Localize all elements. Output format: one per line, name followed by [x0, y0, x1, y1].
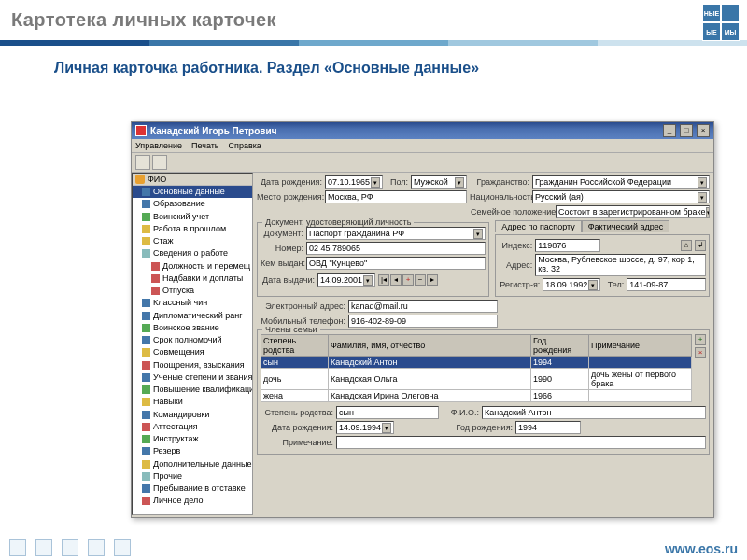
tree-item[interactable]: Навыки — [133, 396, 252, 408]
family-add-button[interactable]: + — [695, 334, 706, 345]
tree-item-label: Резерв — [153, 446, 180, 456]
tree-item[interactable]: Надбавки и доплаты — [133, 273, 252, 285]
tree-item[interactable]: Инструктаж — [133, 433, 252, 445]
label-det-note: Примечание: — [261, 438, 333, 447]
field-det-dob[interactable]: 14.09.1994▾ — [336, 421, 394, 434]
field-nationality[interactable]: Русский (ая)▾ — [532, 190, 710, 203]
toolbar — [132, 153, 713, 173]
tree-item[interactable]: Работа в прошлом — [133, 223, 252, 235]
field-birthplace[interactable]: Москва, РФ — [325, 190, 467, 203]
field-index[interactable]: 119876 — [535, 239, 600, 252]
field-issuedby[interactable]: ОВД "Кунцево" — [306, 257, 486, 270]
tree-item[interactable]: Отпуска — [133, 285, 252, 297]
group-identity-doc: Документ, удостоверяющий личность Докуме… — [257, 222, 489, 297]
tree-item[interactable]: Сведения о работе — [133, 247, 252, 259]
add-button[interactable]: + — [402, 274, 414, 286]
tree-item[interactable]: Пребывание в отставке — [133, 483, 252, 495]
tree-item[interactable]: Поощрения, взыскания — [133, 359, 252, 371]
field-number[interactable]: 02 45 789065 — [306, 242, 486, 255]
field-sex[interactable]: Мужской▾ — [411, 175, 467, 189]
col-year: Год рождения — [531, 335, 589, 357]
tree-item[interactable]: Воинское звание — [133, 322, 252, 334]
menu-print[interactable]: Печать — [191, 141, 218, 150]
table-row[interactable]: дочьКанадская Ольга1990дочь жены от перв… — [261, 369, 692, 390]
next-button[interactable]: ▸ — [427, 274, 438, 286]
tree-item-icon — [142, 423, 150, 431]
tree-item[interactable]: Прочие — [133, 470, 252, 483]
tab-actual-address[interactable]: Фактический адрес — [582, 220, 670, 232]
tree-item[interactable]: Образование — [133, 198, 252, 210]
tab-passport-address[interactable]: Адрес по паспорту — [495, 220, 581, 232]
tree-item-label: Воинский учет — [153, 212, 209, 222]
tree-item[interactable]: Должность и перемещ — [133, 260, 252, 273]
tree-item-label: Работа в прошлом — [153, 224, 226, 234]
minimize-button[interactable]: _ — [663, 124, 676, 137]
tree-item-label: Аттестация — [153, 422, 198, 432]
tree-item[interactable]: Основные данные — [133, 186, 252, 198]
tree-item[interactable]: Ученые степени и звания — [133, 371, 252, 384]
field-dob[interactable]: 07.10.1965▾ — [325, 175, 383, 189]
family-delete-button[interactable]: × — [695, 347, 706, 358]
label-citizenship: Гражданство: — [470, 177, 529, 187]
tree-item[interactable]: Командировки — [133, 409, 252, 421]
field-document[interactable]: Паспорт гражданина РФ▾ — [306, 227, 486, 240]
tree-item[interactable]: Резерв — [133, 445, 252, 457]
field-mobile[interactable]: 916-402-89-09 — [348, 315, 498, 328]
label-issuedate: Дата выдачи: — [261, 275, 315, 285]
chevron-down-icon: ▾ — [698, 177, 707, 188]
menu-help[interactable]: Справка — [229, 141, 261, 150]
tree-item-icon — [142, 411, 150, 419]
save-icon[interactable] — [135, 155, 150, 170]
tree-item[interactable]: Дипломатический ранг — [133, 310, 252, 322]
field-det-fio[interactable]: Канадский Антон — [482, 406, 706, 419]
prev-button[interactable]: ◂ — [390, 274, 402, 286]
close-button[interactable]: × — [697, 124, 710, 137]
tree-item[interactable]: Срок полномочий — [133, 334, 252, 346]
tree-item[interactable]: Воинский учет — [133, 211, 252, 223]
tree-item[interactable]: Личное дело — [133, 495, 252, 507]
field-issuedate[interactable]: 14.09.2001▾ — [317, 273, 375, 287]
label-dob: Дата рождения: — [257, 177, 322, 187]
field-citizenship[interactable]: Гражданин Российской Федерации▾ — [532, 175, 710, 189]
addr-lookup-icon[interactable]: ⌂ — [681, 240, 692, 251]
field-det-year[interactable]: 1994 — [515, 421, 581, 434]
tree-item[interactable]: Повышение квалификации — [133, 384, 252, 396]
family-table[interactable]: Степень родства Фамилия, имя, отчество Г… — [261, 334, 692, 402]
delete-button[interactable]: − — [415, 274, 426, 286]
print-icon[interactable] — [152, 155, 167, 170]
tree-item[interactable]: Аттестация — [133, 421, 252, 433]
label-sex: Пол: — [386, 177, 408, 187]
slide-title: Картотека личных карточек — [0, 0, 747, 40]
tree-item-icon — [151, 262, 160, 271]
addr-copy-icon[interactable]: ↲ — [695, 240, 706, 251]
slide-subtitle: Личная карточка работника. Раздел «Основ… — [54, 59, 521, 77]
table-row[interactable]: сынКанадский Антон1994 — [261, 357, 692, 369]
field-regdate[interactable]: 18.09.1992▾ — [543, 278, 600, 291]
legend-family: Члены семьи — [262, 325, 320, 334]
person-icon — [135, 175, 145, 184]
tree-item-icon — [151, 287, 160, 295]
tree-item[interactable]: Классный чин — [133, 297, 252, 309]
tree-root[interactable]: ФИО — [133, 174, 252, 186]
tree-item-label: Прочие — [153, 471, 182, 482]
maximize-button[interactable]: □ — [680, 124, 693, 137]
tree-item[interactable]: Дополнительные данные — [133, 458, 252, 470]
tree-item-label: Надбавки и доплаты — [162, 273, 243, 284]
corner-logo: НЫЕЫЕМЫ — [702, 4, 740, 41]
field-det-relation[interactable]: сын — [336, 406, 439, 419]
label-regdate: Регистр-я: — [499, 280, 540, 289]
menu-manage[interactable]: Управление — [135, 141, 182, 150]
field-email[interactable]: kanad@mail.ru — [348, 300, 498, 313]
label-birthplace: Место рождения: — [257, 192, 322, 202]
menubar: Управление Печать Справка — [132, 139, 713, 153]
tree-item[interactable]: Совмещения — [133, 346, 252, 358]
tree-item[interactable]: Стаж — [133, 235, 252, 247]
first-button[interactable]: |◂ — [378, 274, 389, 286]
field-address[interactable]: Москва, Рублевское шоссе, д. 97, кор 1, … — [535, 254, 706, 276]
field-marital[interactable]: Состоит в зарегистрированном браке▾ — [556, 205, 710, 218]
chevron-down-icon: ▾ — [698, 192, 707, 203]
chevron-down-icon: ▾ — [455, 177, 464, 188]
field-det-note[interactable] — [336, 436, 706, 449]
field-tel[interactable]: 141-09-87 — [627, 278, 706, 291]
table-row[interactable]: женаКанадская Ирина Олеговна1966 — [261, 390, 692, 402]
